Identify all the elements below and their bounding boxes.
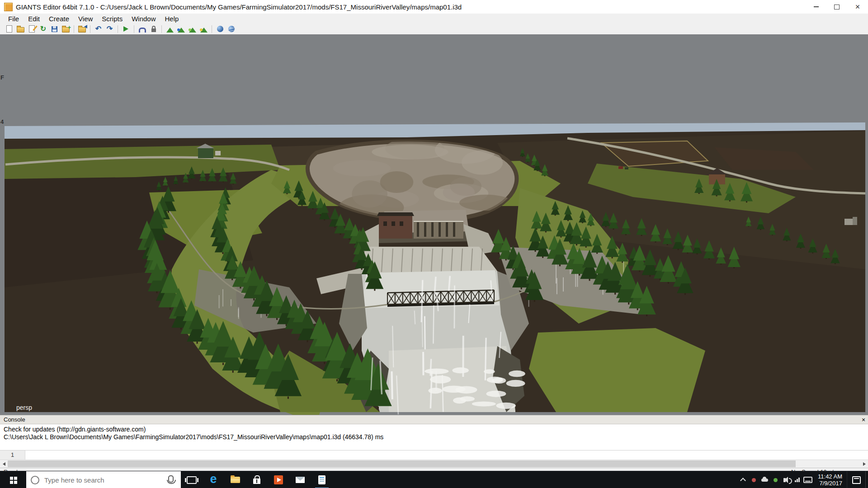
menu-create[interactable]: Create — [44, 14, 74, 23]
save-icon — [52, 26, 57, 32]
menu-edit[interactable]: Edit — [24, 14, 44, 23]
network-icon[interactable] — [792, 471, 802, 488]
app-badge-icon[interactable] — [748, 471, 759, 488]
menu-bar: File Edit Create View Scripts Window Hel… — [0, 14, 868, 23]
line-number-gutter: 1 — [0, 450, 25, 460]
terrain-paint-button[interactable] — [175, 24, 187, 34]
menu-scripts[interactable]: Scripts — [97, 14, 127, 23]
taskbar-search[interactable] — [26, 471, 181, 488]
eco-icon[interactable] — [770, 471, 781, 488]
foliage-icon — [189, 28, 196, 33]
close-icon: × — [855, 3, 860, 11]
terrain-raise-button[interactable] — [164, 24, 175, 34]
save-button[interactable] — [49, 24, 60, 34]
scroll-right-button[interactable] — [860, 460, 868, 468]
taskbar-clock[interactable]: 11:42 AM 7/9/2017 — [813, 471, 847, 488]
script-editor-row[interactable]: 1 — [0, 450, 868, 460]
play-button[interactable] — [120, 24, 132, 34]
render-icon — [228, 26, 235, 32]
menu-view[interactable]: View — [74, 14, 97, 23]
scroll-left-icon — [3, 462, 5, 466]
store-icon — [253, 479, 260, 484]
terrain-raise-icon — [166, 28, 174, 33]
system-tray — [737, 471, 813, 488]
redo-button[interactable]: ↷ — [104, 24, 115, 34]
play-icon — [123, 26, 128, 32]
edit-icon — [29, 25, 35, 33]
maximize-button[interactable] — [826, 0, 847, 14]
start-button[interactable] — [0, 471, 26, 488]
app-logo-icon — [4, 3, 13, 11]
minimize-button[interactable] — [806, 0, 826, 14]
lock-button[interactable] — [148, 24, 159, 34]
taskbar-apps: e — [181, 471, 333, 488]
console-line: C:\Users\Jack L Brown\Documents\My Games… — [4, 433, 864, 441]
console-close-button[interactable]: × — [859, 416, 868, 424]
media-taskbar-button[interactable] — [268, 471, 289, 488]
toolbar: ↻↶↷ — [0, 23, 868, 35]
clock-time: 11:42 AM — [818, 473, 842, 480]
store-taskbar-button[interactable] — [246, 471, 268, 488]
open-icon — [17, 27, 24, 33]
window-controls: × — [806, 0, 868, 14]
scrollbar-thumb[interactable] — [8, 460, 796, 467]
snap-button[interactable] — [137, 24, 148, 34]
toolbar-separator — [212, 25, 212, 33]
horizontal-scrollbar[interactable] — [0, 460, 868, 468]
microphone-icon[interactable] — [168, 475, 174, 483]
console-line: Check for updates (http://gdn.giants-sof… — [4, 426, 864, 433]
maximize-icon — [834, 5, 840, 9]
action-center-button[interactable] — [847, 471, 865, 488]
toolbar-separator — [134, 25, 134, 33]
menu-file[interactable]: File — [4, 14, 24, 23]
render-button[interactable] — [226, 24, 237, 34]
add-button[interactable] — [60, 24, 71, 34]
toolbar-separator — [90, 25, 90, 33]
console-title: Console — [4, 416, 25, 423]
revert-button[interactable] — [76, 24, 88, 34]
minimize-icon — [814, 6, 819, 7]
file-explorer-taskbar-button[interactable] — [224, 471, 246, 488]
close-button[interactable]: × — [847, 0, 868, 14]
chevron-up-icon[interactable] — [737, 471, 748, 488]
menu-window[interactable]: Window — [127, 14, 160, 23]
edge-artifact-1: F — [0, 74, 4, 81]
viewport-3d[interactable]: F 4 persp — [0, 34, 868, 415]
search-input[interactable] — [43, 476, 164, 484]
viewport-scene — [0, 34, 868, 415]
windows-logo-icon — [10, 477, 13, 480]
editor-icon — [318, 475, 326, 484]
foliage-button[interactable] — [187, 24, 198, 34]
scroll-left-button[interactable] — [0, 460, 8, 468]
mail-icon — [296, 477, 305, 483]
new-button[interactable] — [4, 24, 15, 34]
title-bar: GIANTS Editor 64bit 7.1.0 - C:/Users/Jac… — [0, 0, 868, 14]
edit-button[interactable] — [26, 24, 38, 34]
media-icon — [274, 475, 283, 484]
task-view-taskbar-button[interactable] — [181, 471, 203, 488]
terrain-smooth-icon — [200, 28, 208, 33]
open-button[interactable] — [15, 24, 26, 34]
undo-button[interactable]: ↶ — [93, 24, 104, 34]
volume-icon[interactable] — [781, 471, 792, 488]
mail-taskbar-button[interactable] — [289, 471, 311, 488]
scroll-right-icon — [863, 462, 866, 466]
menu-help[interactable]: Help — [160, 14, 184, 23]
reload-button[interactable]: ↻ — [38, 24, 49, 34]
touch-keyboard-icon[interactable] — [802, 471, 813, 488]
editor-taskbar-button[interactable] — [311, 471, 333, 488]
clock-date: 7/9/2017 — [819, 480, 842, 487]
onedrive-icon[interactable] — [759, 471, 770, 488]
terrain-smooth-button[interactable] — [198, 24, 209, 34]
edge-taskbar-button[interactable]: e — [203, 471, 224, 488]
show-desktop-button[interactable] — [865, 471, 868, 488]
lock-icon — [151, 28, 156, 32]
file-explorer-icon — [231, 477, 240, 483]
snap-icon — [139, 28, 146, 33]
task-view-icon — [187, 476, 197, 484]
navigation-icon — [217, 26, 223, 32]
cortana-icon — [31, 476, 39, 484]
navigation-button[interactable] — [214, 24, 226, 34]
taskbar: e 11:42 AM 7/9/2017 — [0, 471, 868, 488]
undo-icon: ↶ — [95, 25, 101, 33]
